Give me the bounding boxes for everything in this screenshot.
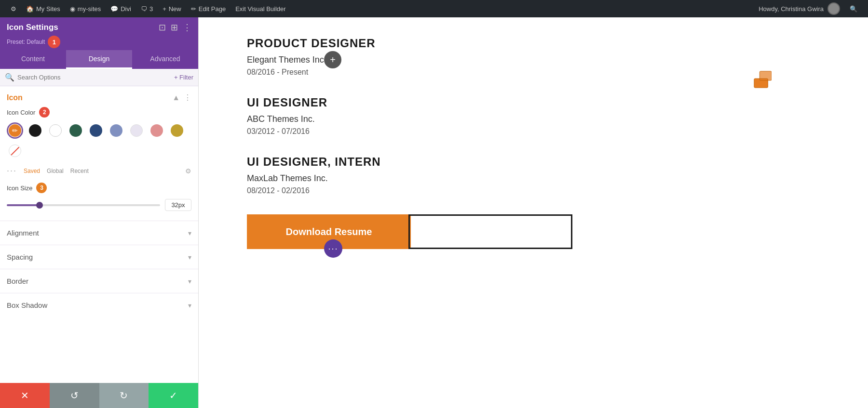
plus-icon: + [163,5,166,13]
comments-icon: 💬 [110,5,118,13]
spacing-chevron: ▾ [188,253,191,261]
preview-area: + PRODUCT DESIGNER Elegant Themes Inc. 0… [199,17,868,408]
color-swatches: ✏ [7,122,191,159]
alignment-title: Alignment [7,229,39,237]
pencil-icon: ✏ [191,5,196,13]
avatar [827,2,840,15]
wp-logo-item[interactable]: ⚙ [6,0,21,17]
edit-page-item[interactable]: ✏ Edit Page [186,0,231,17]
more-icon[interactable]: ⋮ [183,22,191,33]
size-label: Icon Size 3 [7,183,191,193]
job-title-3: UI DESIGNER, INTERN [247,155,604,169]
divi-icon: ◉ [70,5,75,13]
spacing-title: Spacing [7,253,33,261]
size-slider[interactable] [7,204,160,206]
job-dates-2: 03/2012 - 07/2016 [247,127,604,136]
color-swatch-white[interactable] [47,122,64,139]
howdy-text: Howdy, Christina Gwira [754,2,845,15]
dots-icon: ··· [328,244,338,254]
border-chevron: ▾ [188,277,191,285]
my-sites-item[interactable]: 🏠 My Sites [21,0,65,17]
job-dates-3: 08/2012 - 02/2016 [247,186,604,195]
tab-content[interactable]: Content [0,50,66,69]
panel-tabs: Content Design Advanced [0,50,198,69]
job-title-2: UI DESIGNER [247,96,604,109]
color-swatch-pink[interactable] [149,122,165,139]
palette-icon[interactable] [753,70,772,91]
color-swatch-lavender[interactable] [128,122,145,139]
comment-count-item[interactable]: 🗨 3 [136,0,158,17]
panel-header: Icon Settings ⊡ ⊞ ⋮ Preset: Default 1 [0,17,198,50]
job-entry-3: UI DESIGNER, INTERN MaxLab Themes Inc. 0… [247,155,604,195]
color-swatch-gold[interactable] [169,122,185,139]
expand-icon[interactable]: ⊡ [159,22,166,33]
search-icon: 🔍 [5,73,14,82]
color-swatch-orange[interactable]: ✏ [7,122,23,139]
icon-section-chevron[interactable]: ▲ [172,93,180,102]
panel-toolbar: ✕ ↺ ↻ ✓ [0,383,198,408]
box-shadow-section: Box Shadow ▾ [0,293,198,317]
layout-icon[interactable]: ⊞ [171,22,178,33]
icon-section-menu[interactable]: ⋮ [184,93,191,102]
color-tabs-row: ··· Saved Global Recent ⚙ [7,164,191,176]
step-badge-1: 1 [48,36,60,48]
preview-content: PRODUCT DESIGNER Elegant Themes Inc. 08/… [199,17,633,268]
job-company-3: MaxLab Themes Inc. [247,173,604,184]
settings-panel: Icon Settings ⊡ ⊞ ⋮ Preset: Default 1 Co… [0,17,199,408]
tab-advanced[interactable]: Advanced [132,50,198,69]
comment-bubble-icon: 🗨 [141,5,147,13]
job-company-2: ABC Themes Inc. [247,114,604,124]
alignment-chevron: ▾ [188,229,191,237]
color-swatch-none[interactable] [7,143,23,159]
add-section-button[interactable]: + [324,51,341,68]
box-shadow-chevron: ▾ [188,302,191,309]
new-item[interactable]: + New [158,0,186,17]
color-section: Icon Color 2 ✏ [0,107,198,183]
step-badge-2: 2 [39,107,50,118]
download-button-container: Download Resume ··· [247,214,604,249]
redo-button[interactable]: ↻ [99,383,149,408]
save-button[interactable]: ✓ [149,383,198,408]
svg-rect-1 [760,71,772,80]
section-options-button[interactable]: ··· [324,239,342,258]
icon-section-title: Icon [7,93,23,102]
spacing-section: Spacing ▾ [0,245,198,269]
spacing-header[interactable]: Spacing ▾ [0,245,198,269]
tab-design[interactable]: Design [66,50,132,69]
job-company-1: Elegant Themes Inc. [247,55,604,65]
filter-button[interactable]: + Filter [174,74,193,81]
border-header[interactable]: Border ▾ [0,269,198,293]
size-section: Icon Size 3 32px [0,183,198,221]
exit-builder-item[interactable]: Exit Visual Builder [231,0,291,17]
color-swatch-light-blue[interactable] [108,122,124,139]
color-dots: ··· [7,166,17,176]
color-tab-global[interactable]: Global [47,168,64,174]
alignment-header[interactable]: Alignment ▾ [0,221,198,245]
comments-item[interactable]: 💬 Divi [106,0,136,17]
color-tab-recent[interactable]: Recent [70,168,89,174]
color-tab-saved[interactable]: Saved [24,168,40,174]
job-entry-2: UI DESIGNER ABC Themes Inc. 03/2012 - 07… [247,96,604,136]
search-bar: 🔍 + Filter [0,69,198,86]
color-swatch-black[interactable] [27,122,43,139]
job-entry-1: PRODUCT DESIGNER Elegant Themes Inc. 08/… [247,37,604,77]
box-shadow-header[interactable]: Box Shadow ▾ [0,293,198,317]
color-label: Icon Color 2 [7,107,191,118]
border-section: Border ▾ [0,269,198,293]
undo-button[interactable]: ↺ [50,383,99,408]
color-settings-icon[interactable]: ⚙ [185,167,191,175]
panel-title: Icon Settings [7,23,58,32]
border-title: Border [7,277,28,285]
alignment-section: Alignment ▾ [0,221,198,245]
color-swatch-dark-blue[interactable] [88,122,104,139]
admin-search-icon[interactable]: 🔍 [845,5,862,13]
wordpress-icon: ⚙ [11,5,16,13]
search-input[interactable] [17,74,174,81]
size-value: 32px [165,199,191,211]
color-swatch-dark-green[interactable] [68,122,84,139]
job-title-1: PRODUCT DESIGNER [247,37,604,50]
home-icon: 🏠 [26,5,34,13]
cancel-button[interactable]: ✕ [0,383,50,408]
panel-content: Icon ▲ ⋮ Icon Color 2 ✏ [0,86,198,383]
divi-item[interactable]: ◉ my-sites [65,0,106,17]
